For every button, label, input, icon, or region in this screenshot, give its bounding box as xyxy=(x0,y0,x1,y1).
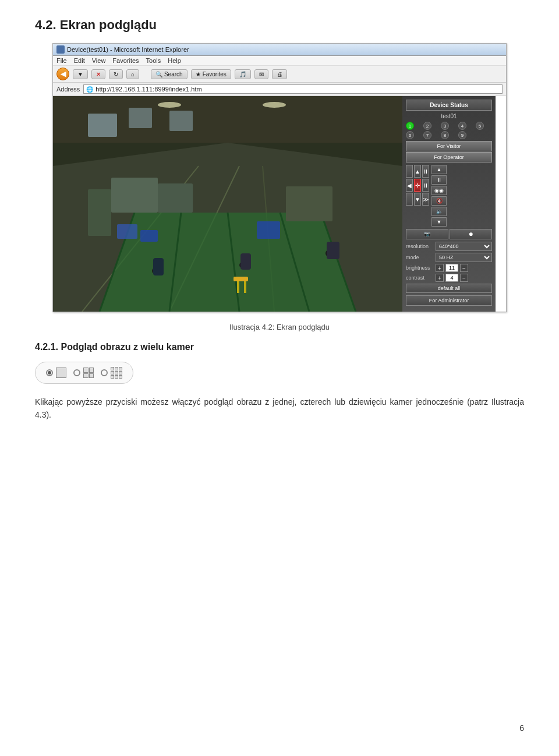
admin-button[interactable]: For Administrator xyxy=(406,295,492,306)
ptz-n[interactable]: ▲ xyxy=(414,165,421,178)
cam-cell-2 xyxy=(89,368,94,373)
browser-title: Device(test01) - Microsoft Internet Expl… xyxy=(67,46,189,53)
cam-cell-n2 xyxy=(115,367,118,370)
radio-nine[interactable] xyxy=(101,369,108,376)
radio-four[interactable] xyxy=(73,369,80,376)
svg-rect-12 xyxy=(88,189,111,236)
search-button[interactable]: 🔍 Search xyxy=(151,69,187,79)
contrast-plus[interactable]: + xyxy=(436,274,444,282)
menu-view[interactable]: View xyxy=(92,57,106,64)
menu-favorites[interactable]: Favorites xyxy=(112,57,139,64)
menu-file[interactable]: File xyxy=(56,57,67,64)
contrast-minus[interactable]: − xyxy=(460,274,468,282)
cam-cell-n5 xyxy=(115,371,118,375)
svg-rect-22 xyxy=(327,242,339,259)
menu-tools[interactable]: Tools xyxy=(146,57,161,64)
ptz-audio[interactable]: 🔈 xyxy=(431,207,447,216)
home-button[interactable]: ⌂ xyxy=(126,69,139,79)
page-icon: 🌐 xyxy=(86,86,93,93)
back-arrow-icon: ▼ xyxy=(77,71,83,77)
browser-menubar: File Edit View Favorites Tools Help xyxy=(53,56,506,66)
ptz-sw[interactable] xyxy=(406,193,413,206)
cam-option-single[interactable] xyxy=(46,368,66,378)
cam-cell-3 xyxy=(83,373,89,379)
cam-option-nine[interactable] xyxy=(101,367,122,379)
default-all-button[interactable]: default all xyxy=(406,284,492,293)
svg-rect-16 xyxy=(88,114,117,137)
favorites-button[interactable]: ★ Favorites xyxy=(191,69,231,79)
cam-option-four[interactable] xyxy=(73,368,94,378)
operator-button[interactable]: For Operator xyxy=(406,152,492,162)
resolution-label: resolution xyxy=(406,243,434,249)
section-subtitle: 4.2.1. Podgląd obrazu z wielu kamer xyxy=(35,342,524,352)
browser-body: Device Status test01 1 2 3 4 5 6 7 8 9 F… xyxy=(53,96,506,312)
cam-cell-1 xyxy=(83,368,89,373)
mail-button[interactable]: ✉ xyxy=(254,69,268,79)
ptz-se[interactable]: ≫ xyxy=(422,193,429,206)
snapshot-button[interactable]: 📷 xyxy=(406,229,448,239)
brightness-plus[interactable]: + xyxy=(436,264,444,272)
back-dropdown[interactable]: ▼ xyxy=(73,69,88,79)
menu-edit[interactable]: Edit xyxy=(74,57,85,64)
record-button[interactable]: ⏺ xyxy=(450,229,492,239)
brightness-label: brightness xyxy=(406,265,434,271)
contrast-row: contrast + 4 − xyxy=(406,274,492,282)
ptz-w[interactable]: ◀ xyxy=(406,179,413,192)
channel-2-dot[interactable]: 2 xyxy=(423,122,431,130)
ptz-control: ▲ ⏸ ◀ ✛ ⏸ ▼ ≫ xyxy=(406,165,429,224)
channel-9-dot[interactable]: 9 xyxy=(458,131,466,139)
ptz-zoom-in[interactable]: ▲ xyxy=(431,165,447,174)
svg-rect-32 xyxy=(244,281,246,293)
svg-marker-6 xyxy=(100,213,356,312)
stop-button[interactable]: ✕ xyxy=(91,69,105,79)
page-number: 6 xyxy=(519,723,524,733)
radio-single[interactable] xyxy=(46,369,53,376)
ptz-pause[interactable]: ⏸ xyxy=(431,175,447,185)
address-input[interactable]: 🌐 http://192.168.1.111:8999/index1.htm xyxy=(83,84,503,94)
ptz-zoom-out[interactable]: ▼ xyxy=(431,217,447,227)
camera-controls-row: 📷 ⏺ xyxy=(406,229,492,239)
browser-app-icon xyxy=(56,45,65,54)
favorites-label: Favorites xyxy=(203,71,227,77)
svg-rect-26 xyxy=(153,258,164,275)
channel-8-dot[interactable]: 8 xyxy=(441,131,449,139)
channel-4-dot[interactable]: 4 xyxy=(458,122,466,130)
multicam-selector xyxy=(35,362,133,384)
back-button[interactable]: ◀ xyxy=(56,68,69,80)
menu-help[interactable]: Help xyxy=(168,57,181,64)
channel-7-dot[interactable]: 7 xyxy=(423,131,431,139)
address-label: Address xyxy=(56,86,80,93)
ptz-speed[interactable]: ◉◉ xyxy=(431,186,447,195)
mode-select[interactable]: 50 HZ xyxy=(436,253,492,262)
ptz-nw[interactable] xyxy=(406,165,413,178)
svg-rect-29 xyxy=(257,221,280,239)
contrast-value: 4 xyxy=(445,274,458,282)
channel-1-dot[interactable]: 1 xyxy=(406,122,414,130)
brightness-minus[interactable]: − xyxy=(460,264,468,272)
channel-grid-top: 1 2 3 4 5 xyxy=(406,122,492,130)
svg-rect-15 xyxy=(286,186,332,221)
media-button[interactable]: 🎵 xyxy=(235,69,251,79)
visitor-button[interactable]: For Visitor xyxy=(406,141,492,151)
svg-rect-30 xyxy=(233,277,248,281)
ptz-e[interactable]: ⏸ xyxy=(422,179,429,192)
svg-rect-14 xyxy=(158,183,193,213)
cam-cell-n6 xyxy=(119,371,122,375)
contrast-label: contrast xyxy=(406,275,434,281)
resolution-select[interactable]: 640*400 xyxy=(436,242,492,251)
ptz-ne[interactable]: ⏸ xyxy=(422,165,429,178)
browser-toolbar: ◀ ▼ ✕ ↻ ⌂ 🔍 Search ★ Favorites 🎵 ✉ 🖨 xyxy=(53,66,506,83)
channel-5-dot[interactable]: 5 xyxy=(476,122,484,130)
refresh-button[interactable]: ↻ xyxy=(109,69,123,79)
mode-label: mode xyxy=(406,255,434,260)
channel-3-dot[interactable]: 3 xyxy=(441,122,449,130)
search-icon: 🔍 xyxy=(155,71,162,77)
brightness-value: 11 xyxy=(445,264,458,272)
ptz-s[interactable]: ▼ xyxy=(414,193,421,206)
channel-6-dot[interactable]: 6 xyxy=(406,131,414,139)
ptz-center[interactable]: ✛ xyxy=(414,179,421,192)
cam-cell-n9 xyxy=(119,375,122,379)
print-button[interactable]: 🖨 xyxy=(272,69,287,79)
ptz-mute[interactable]: 🔇 xyxy=(431,196,447,206)
svg-rect-31 xyxy=(237,281,239,293)
